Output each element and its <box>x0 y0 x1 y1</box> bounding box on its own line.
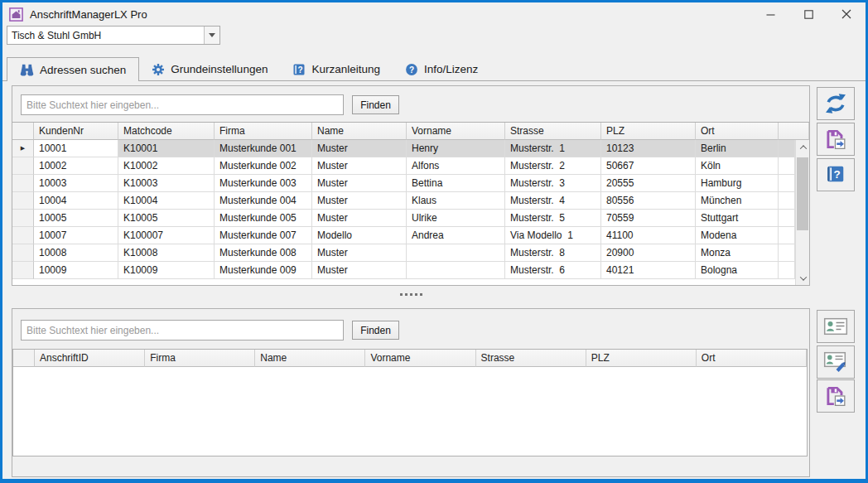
edit-contact-button[interactable] <box>817 345 855 379</box>
table-cell[interactable]: Muster <box>312 244 407 262</box>
table-row[interactable]: 10003K10003Musterkunde 003MusterBettinaM… <box>12 175 795 192</box>
table-cell[interactable]: K10009 <box>118 262 215 279</box>
table-cell[interactable]: Hamburg <box>696 175 779 192</box>
table-cell[interactable]: Musterstr. 4 <box>505 192 601 210</box>
scrollbar-thumb[interactable] <box>797 157 808 230</box>
table-cell[interactable]: Muster <box>312 157 407 175</box>
table-cell[interactable]: Monza <box>696 244 779 262</box>
table-row[interactable]: 10005K10005Musterkunde 005MusterUlrikeMu… <box>12 210 795 227</box>
table-cell[interactable]: Musterstr. 5 <box>505 210 601 227</box>
table-cell[interactable]: Andrea <box>407 227 505 244</box>
address-search-input[interactable] <box>21 320 344 341</box>
table-cell[interactable]: Musterkunde 002 <box>215 157 312 175</box>
table-cell[interactable]: Henry <box>407 140 505 157</box>
table-cell[interactable]: Musterkunde 009 <box>215 262 312 279</box>
table-cell[interactable]: Bologna <box>696 262 779 279</box>
table-cell[interactable]: Muster <box>312 262 407 279</box>
help-button[interactable]: ? <box>817 158 855 191</box>
table-cell[interactable]: Musterstr. 8 <box>505 244 601 262</box>
table-cell[interactable]: Muster <box>312 192 407 210</box>
column-header[interactable]: AnschriftID <box>35 350 145 367</box>
table-cell[interactable]: Ulrike <box>407 210 505 227</box>
table-cell[interactable]: Musterstr. 1 <box>505 140 601 157</box>
scroll-down-button[interactable] <box>796 271 809 285</box>
column-header[interactable]: Firma <box>145 350 255 367</box>
customer-find-button[interactable]: Finden <box>352 95 399 114</box>
address-find-button[interactable]: Finden <box>352 321 399 340</box>
table-cell[interactable]: Muster <box>312 140 407 157</box>
column-header[interactable]: Name <box>312 123 407 140</box>
table-cell[interactable]: Modena <box>696 227 779 244</box>
table-cell[interactable]: Muster <box>312 210 407 227</box>
close-button[interactable] <box>827 2 866 26</box>
table-cell[interactable]: Köln <box>696 157 779 175</box>
table-cell[interactable]: 50667 <box>601 157 696 175</box>
column-header[interactable]: Name <box>255 350 365 367</box>
column-header[interactable]: Ort <box>697 350 807 367</box>
export-customer-button[interactable] <box>817 123 855 156</box>
table-cell[interactable]: K10005 <box>118 210 215 227</box>
table-row[interactable]: 10007K100007Musterkunde 007ModelloAndrea… <box>12 227 795 244</box>
table-cell[interactable]: Musterkunde 004 <box>215 192 312 210</box>
table-cell[interactable]: 10123 <box>601 140 696 157</box>
column-header[interactable]: Firma <box>215 123 312 140</box>
show-contact-button[interactable] <box>817 310 855 343</box>
column-header[interactable]: Strasse <box>505 123 601 140</box>
table-cell[interactable]: 10002 <box>34 157 118 175</box>
table-row[interactable]: 10002K10002Musterkunde 002MusterAlfonsMu… <box>12 157 795 175</box>
table-cell[interactable]: K10008 <box>118 244 215 262</box>
table-cell[interactable]: München <box>696 192 779 210</box>
table-row[interactable]: 10004K10004Musterkunde 004MusterKlausMus… <box>12 192 795 210</box>
table-cell[interactable]: K10004 <box>118 192 215 210</box>
table-cell[interactable]: Musterkunde 007 <box>215 227 312 244</box>
table-cell[interactable]: 10007 <box>34 227 118 244</box>
table-row[interactable]: 10009K10009Musterkunde 009MusterMusterst… <box>12 262 795 279</box>
table-cell[interactable]: Bettina <box>407 175 505 192</box>
table-cell[interactable]: 10005 <box>34 210 118 227</box>
table-cell[interactable]: 20555 <box>601 175 696 192</box>
tab-info-lizenz[interactable]: ? Info/Lizenz <box>393 58 490 80</box>
table-cell[interactable]: 10003 <box>34 175 118 192</box>
tab-adressen-suchen[interactable]: Adressen suchen <box>7 57 139 81</box>
column-header[interactable]: Strasse <box>476 350 586 367</box>
tab-grundeinstellungen[interactable]: Grundeinstellungen <box>139 58 280 80</box>
table-cell[interactable]: 20900 <box>601 244 696 262</box>
table-cell[interactable]: Modello <box>312 227 407 244</box>
company-selector[interactable]: Tisch & Stuhl GmbH <box>7 26 220 45</box>
minimize-button[interactable] <box>751 2 789 26</box>
column-header[interactable]: Vorname <box>365 350 475 367</box>
table-cell[interactable]: Musterkunde 001 <box>215 140 312 157</box>
scroll-up-button[interactable] <box>796 140 809 154</box>
table-cell[interactable]: Musterstr. 6 <box>505 262 601 279</box>
table-cell[interactable]: K100007 <box>118 227 215 244</box>
table-cell[interactable]: 40121 <box>601 262 696 279</box>
table-cell[interactable]: Musterstr. 3 <box>505 175 601 192</box>
table-cell[interactable]: 10001 <box>34 140 118 157</box>
table-cell[interactable]: K10001 <box>118 140 215 157</box>
splitter-handle[interactable] <box>12 288 810 300</box>
table-cell[interactable]: Musterkunde 003 <box>215 175 312 192</box>
export-address-button[interactable] <box>817 379 855 413</box>
table-cell[interactable]: Musterkunde 005 <box>215 210 312 227</box>
table-cell[interactable]: K10002 <box>118 157 215 175</box>
customer-search-input[interactable] <box>21 94 344 115</box>
table-cell[interactable] <box>407 262 505 279</box>
column-header[interactable]: PLZ <box>601 123 696 140</box>
table-cell[interactable]: 10008 <box>34 244 118 262</box>
table-cell[interactable]: Berlin <box>696 140 779 157</box>
table-cell[interactable]: Musterkunde 008 <box>215 244 312 262</box>
table-cell[interactable]: Stuttgart <box>696 210 779 227</box>
vertical-scrollbar[interactable] <box>795 140 809 285</box>
maximize-button[interactable] <box>789 2 827 26</box>
table-cell[interactable]: Muster <box>312 175 407 192</box>
table-cell[interactable]: K10003 <box>118 175 215 192</box>
table-cell[interactable]: 70559 <box>601 210 696 227</box>
table-cell[interactable]: 10004 <box>34 192 118 210</box>
refresh-button[interactable] <box>817 87 855 120</box>
column-header[interactable]: Matchcode <box>118 123 215 140</box>
column-header[interactable]: PLZ <box>586 350 697 367</box>
table-cell[interactable]: Musterstr. 2 <box>505 157 601 175</box>
column-header[interactable]: Vorname <box>407 123 505 140</box>
table-cell[interactable]: Klaus <box>407 192 505 210</box>
column-header[interactable]: KundenNr <box>34 123 118 140</box>
